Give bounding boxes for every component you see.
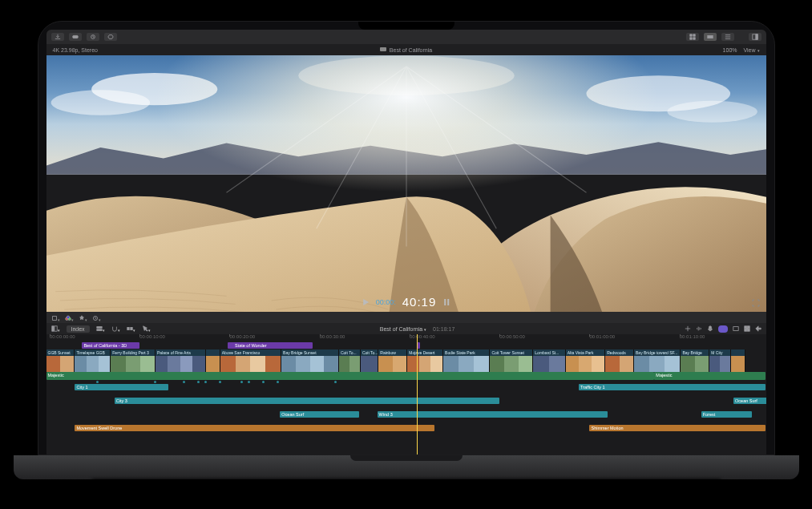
clip-label: GGB Sunset xyxy=(46,349,75,356)
play-button[interactable] xyxy=(362,298,370,306)
marker[interactable] xyxy=(96,381,99,383)
import-button[interactable] xyxy=(51,33,64,41)
project-icon xyxy=(380,46,386,53)
clip[interactable]: Best of California - 3D xyxy=(82,342,139,349)
marker[interactable] xyxy=(204,381,207,383)
index-button[interactable]: Index xyxy=(67,325,90,333)
video-clip[interactable]: GGB Sunset xyxy=(46,349,75,372)
clip[interactable]: Shimmer Motion xyxy=(589,425,766,431)
marker[interactable] xyxy=(277,381,279,383)
video-clip[interactable] xyxy=(206,349,220,372)
marker[interactable] xyxy=(197,381,200,383)
video-clip[interactable]: Bay Bridge xyxy=(681,349,709,372)
clip-label: Ferry Building Part 3 xyxy=(111,349,155,356)
view-menu[interactable]: View ▾ xyxy=(744,47,760,53)
clip[interactable]: City 1 xyxy=(75,384,168,390)
marker[interactable] xyxy=(154,381,156,383)
video-clip[interactable] xyxy=(731,349,745,372)
share-button[interactable] xyxy=(104,33,117,41)
index-toggle[interactable]: ▾ xyxy=(51,325,60,333)
clip[interactable]: Traffic City 1 xyxy=(579,384,766,390)
marker[interactable] xyxy=(240,381,243,383)
marker[interactable] xyxy=(183,381,185,383)
marker[interactable] xyxy=(262,381,265,383)
video-clip[interactable]: Redwoods xyxy=(605,349,634,372)
timeline-project-name[interactable]: Best of California ▾ xyxy=(380,326,426,332)
list-view-button[interactable] xyxy=(721,33,734,41)
clip-label: Mojave Desert xyxy=(407,349,442,356)
skimming-button[interactable] xyxy=(685,325,691,333)
snapping-toggle[interactable] xyxy=(718,325,728,333)
playhead[interactable] xyxy=(417,334,418,454)
clip-label: Coit To... xyxy=(361,349,378,356)
video-clip[interactable]: M City xyxy=(709,349,731,372)
clip[interactable]: Movement Swell Drone xyxy=(75,425,434,431)
solo-button[interactable] xyxy=(707,325,713,333)
primary-storyline: GGB SunsetTimelapse GGBFerry Building Pa… xyxy=(46,349,766,372)
snap-button[interactable]: ▾ xyxy=(111,325,120,333)
background-tasks-button[interactable] xyxy=(87,33,99,41)
marker[interactable] xyxy=(219,381,221,383)
timeline-ruler[interactable]: 00:00:00:00 00:00:10:00 00:00:20:00 00:0… xyxy=(46,334,766,342)
info-bar: 4K 23.98p, Stereo Best of California 100… xyxy=(46,44,766,55)
video-clip[interactable]: Above San Francisco xyxy=(220,349,281,372)
project-title: Best of California xyxy=(390,47,432,53)
video-clip[interactable]: Palace of Fine Arts xyxy=(156,349,206,372)
video-clip[interactable]: Coit To... xyxy=(361,349,378,372)
clip-label: Bay Bridge toward SF... xyxy=(634,349,680,356)
timecode-main: 40:19 xyxy=(402,295,437,309)
svg-rect-33 xyxy=(127,327,128,329)
clip[interactable]: Wind 3 xyxy=(378,411,608,418)
video-clip[interactable]: Bay Bridge Sunset xyxy=(281,349,339,372)
video-clip[interactable]: Alta Vista Park xyxy=(566,349,605,372)
svg-rect-32 xyxy=(96,329,101,330)
clip[interactable]: Majestic xyxy=(46,372,655,380)
clip[interactable]: State of Wonder xyxy=(233,342,313,349)
video-clip[interactable]: Rainbow xyxy=(378,349,407,372)
keyword-button[interactable] xyxy=(69,33,82,41)
clip[interactable]: Ocean Surf xyxy=(280,411,359,418)
video-clip[interactable]: Bodie State Park xyxy=(443,349,490,372)
fullscreen-button[interactable] xyxy=(752,299,760,307)
clip[interactable]: Majestic xyxy=(654,372,766,380)
marker[interactable] xyxy=(334,381,337,383)
audio-track-2: City 3Ocean Surf xyxy=(46,398,766,404)
svg-point-27 xyxy=(67,316,70,319)
trim-button[interactable]: ▾ xyxy=(127,325,135,333)
timeline-duration: 01:18:17 xyxy=(433,326,454,332)
marker[interactable] xyxy=(248,381,250,383)
clip[interactable]: Forest xyxy=(701,411,752,418)
clip[interactable]: City 3 xyxy=(115,398,499,404)
clip-label xyxy=(206,349,220,356)
video-clip[interactable]: Mojave Desert xyxy=(407,349,443,372)
video-clip[interactable]: Lombard St... xyxy=(533,349,565,372)
ruler-tick: 00:00:50:00 xyxy=(499,334,525,339)
clip-label: Bay Bridge xyxy=(681,349,709,356)
effects-browser-button[interactable] xyxy=(744,325,750,333)
titles-track: Best of California - 3DState of Wonder xyxy=(46,342,766,349)
svg-rect-8 xyxy=(755,34,757,39)
transitions-browser-button[interactable] xyxy=(755,325,762,333)
timeline[interactable]: Best of California - 3DState of Wonder G… xyxy=(46,342,766,454)
ruler-tick: 00:00:00:00 xyxy=(50,334,75,339)
video-clip[interactable]: Timelapse GGB xyxy=(75,349,111,372)
select-tool[interactable]: ▾ xyxy=(142,325,151,333)
clip-appearance[interactable]: ▾ xyxy=(96,325,105,333)
video-clip[interactable]: Coit Tower Sunset xyxy=(490,349,533,372)
zoom-level[interactable]: 100% xyxy=(723,47,737,53)
clip[interactable]: Ocean Surf xyxy=(733,398,766,404)
video-clip[interactable]: Ferry Building Part 3 xyxy=(111,349,156,372)
video-clip[interactable]: Bay Bridge toward SF... xyxy=(634,349,681,372)
laptop-base xyxy=(14,455,799,479)
filmstrip-view-button[interactable] xyxy=(704,33,717,41)
grid-view-button[interactable] xyxy=(686,33,699,41)
svg-rect-9 xyxy=(380,47,386,51)
inspector-button[interactable] xyxy=(749,33,762,41)
audio-skimming-button[interactable] xyxy=(696,325,702,333)
audio-track-1: City 1Traffic City 1 xyxy=(46,384,766,390)
video-clip[interactable]: Coit To... xyxy=(339,349,361,372)
svg-rect-29 xyxy=(51,325,53,330)
clip-label: Coit To... xyxy=(339,349,360,356)
ruler-tick: 00:01:10:00 xyxy=(680,334,705,339)
clip-display-button[interactable] xyxy=(733,325,739,333)
